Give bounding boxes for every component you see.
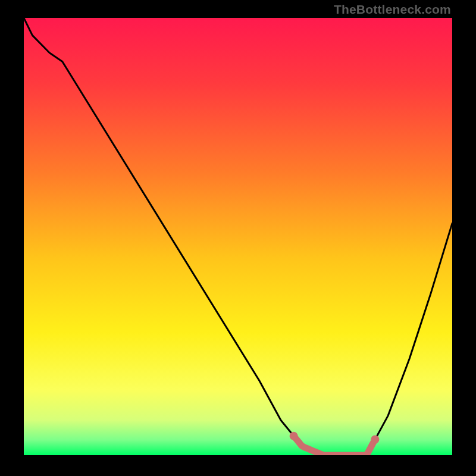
plot-area xyxy=(24,18,452,455)
optimal-range-highlight xyxy=(294,436,375,455)
curve-layer xyxy=(24,18,452,455)
highlight-endpoint-left xyxy=(290,432,298,440)
watermark-text: TheBottleneck.com xyxy=(334,2,451,17)
bottleneck-curve xyxy=(24,18,452,455)
highlight-endpoint-right xyxy=(371,436,379,444)
chart-frame: TheBottleneck.com xyxy=(0,0,476,476)
